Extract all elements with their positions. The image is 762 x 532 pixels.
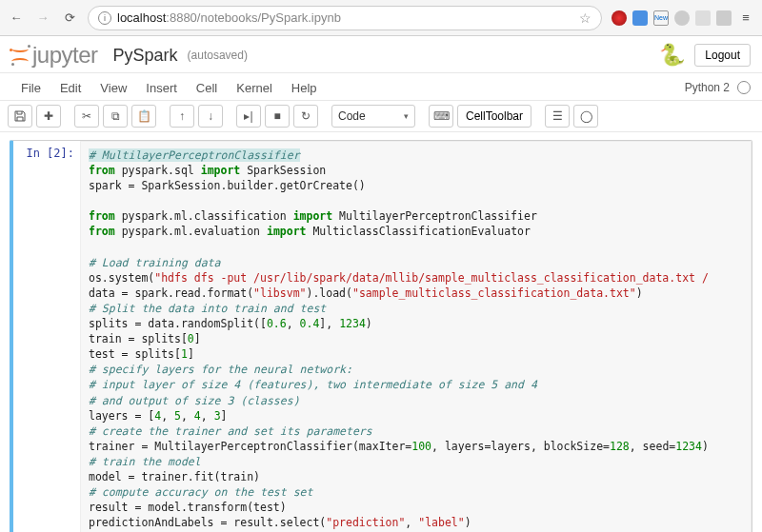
ext-icon[interactable]: [716, 10, 732, 26]
stop-button[interactable]: ■: [265, 105, 290, 128]
ext-icon[interactable]: New: [653, 10, 669, 26]
bookmark-icon[interactable]: ☆: [579, 10, 592, 26]
add-cell-button[interactable]: ✚: [36, 105, 61, 128]
run-button[interactable]: ▸|: [236, 105, 261, 128]
python-logo-icon: 🐍: [659, 43, 685, 68]
cut-button[interactable]: ✂: [74, 105, 99, 128]
restart-button[interactable]: ↻: [293, 105, 318, 128]
ext-icon[interactable]: [695, 10, 711, 26]
keyboard-button[interactable]: ⌨: [429, 105, 453, 128]
menu-insert[interactable]: Insert: [136, 77, 187, 99]
url-input[interactable]: i localhost:8880/notebooks/PySpark.ipynb…: [88, 6, 602, 30]
logout-button[interactable]: Logout: [694, 44, 751, 67]
menu-view[interactable]: View: [90, 77, 136, 99]
browser-address-bar: ← → ⟳ i localhost:8880/notebooks/PySpark…: [0, 0, 762, 36]
move-down-button[interactable]: ↓: [198, 105, 223, 128]
menu-cell[interactable]: Cell: [187, 77, 227, 99]
info-icon[interactable]: i: [98, 11, 111, 25]
jupyter-logo[interactable]: jupyter: [10, 42, 98, 69]
menu-file[interactable]: File: [11, 77, 50, 99]
code-cell[interactable]: In [2]: # MultilayerPerceptronClassifier…: [10, 140, 752, 532]
extensions: New ≡: [612, 10, 754, 27]
notebook-name[interactable]: PySpark: [113, 46, 178, 66]
copy-button[interactable]: ⧉: [103, 105, 128, 128]
input-prompt: In [2]:: [13, 141, 80, 532]
menu-icon[interactable]: ≡: [737, 10, 754, 27]
notebook-container: In [2]: # MultilayerPerceptronClassifier…: [0, 132, 762, 532]
list-button[interactable]: ☰: [545, 105, 570, 128]
ext-icon[interactable]: [674, 10, 690, 26]
cell-toolbar-button[interactable]: CellToolbar: [457, 105, 531, 128]
move-up-button[interactable]: ↑: [170, 105, 194, 128]
ext-icon[interactable]: [612, 10, 627, 26]
reload-button[interactable]: ⟳: [61, 10, 78, 27]
kernel-status-icon[interactable]: [737, 81, 751, 94]
menu-edit[interactable]: Edit: [50, 77, 90, 99]
code-input[interactable]: # MultilayerPerceptronClassifier from py…: [80, 141, 752, 532]
ext-icon[interactable]: [632, 10, 648, 26]
url-host: localhost: [117, 10, 166, 25]
save-button[interactable]: [8, 105, 32, 128]
autosave-status: (autosaved): [188, 49, 248, 62]
kernel-name: Python 2: [685, 81, 730, 94]
paste-button[interactable]: 📋: [131, 105, 156, 128]
cell-type-select[interactable]: Code: [331, 105, 415, 128]
forward-button[interactable]: →: [34, 10, 51, 27]
menubar: File Edit View Insert Cell Kernel Help P…: [0, 72, 762, 101]
menu-kernel[interactable]: Kernel: [227, 77, 282, 99]
back-button[interactable]: ←: [8, 10, 25, 27]
menu-help[interactable]: Help: [282, 77, 327, 99]
github-button[interactable]: ◯: [573, 105, 598, 128]
notebook-header: jupyter PySpark (autosaved) 🐍 Logout: [0, 36, 762, 72]
toolbar: ✚ ✂ ⧉ 📋 ↑ ↓ ▸| ■ ↻ Code ⌨ CellToolbar ☰ …: [0, 101, 762, 132]
